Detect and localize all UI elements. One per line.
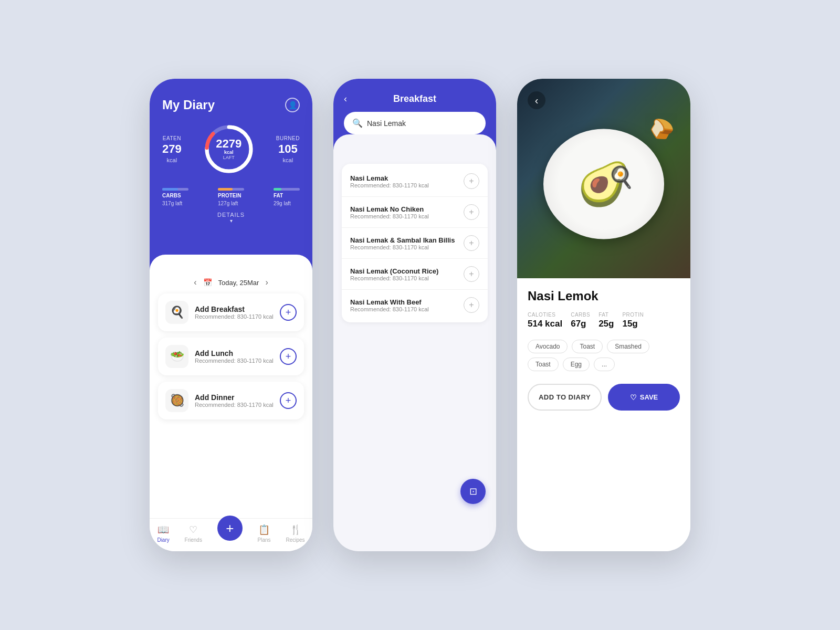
nav-plans[interactable]: 📋 Plans xyxy=(258,524,271,543)
burned-value: 105 xyxy=(278,143,298,155)
nav-plus-button[interactable]: + xyxy=(217,516,243,541)
toast-food-icon: 🍞 xyxy=(646,114,677,145)
back-button-detail[interactable]: ‹ xyxy=(528,91,545,109)
fat-nutr-label: FAT xyxy=(598,312,614,318)
food-name-3: Nasi Lemak (Coconut Rice) xyxy=(350,267,438,275)
food-detail-body: Nasi Lemok CALOTIES 514 kcal CARBS 67g F… xyxy=(517,278,690,551)
lunch-info: Add Lunch Recommended: 830-1170 kcal xyxy=(195,349,274,364)
screen-title: Breakfast xyxy=(393,93,436,104)
calories-val: 514 kcal xyxy=(528,319,562,329)
tag-toast-2[interactable]: Toast xyxy=(528,358,559,371)
save-label: SAVE xyxy=(640,393,658,401)
lunch-sub: Recommended: 830-1170 kcal xyxy=(195,358,274,364)
add-breakfast-button[interactable]: + xyxy=(280,304,297,321)
add-food-1-button[interactable]: + xyxy=(464,204,479,220)
fat-val: 29g laft xyxy=(274,201,291,206)
calories-label: CALOTIES xyxy=(528,312,562,318)
diary-body: ‹ 📅 Today, 25Mar › 🍳 Add Breakfast Recom… xyxy=(150,270,312,518)
lunch-emoji: 🥗 xyxy=(165,345,188,368)
tag-smashed[interactable]: Smashed xyxy=(607,340,649,353)
nutrition-row: CALOTIES 514 kcal CARBS 67g FAT 25g PROT… xyxy=(528,312,680,329)
food-item-4[interactable]: Nasi Lemak With Beef Recommended: 830-11… xyxy=(342,290,488,320)
protein-nutr-val: 15g xyxy=(622,319,644,329)
food-item-0[interactable]: Nasi Lemak Recommended: 830-1170 kcal + xyxy=(342,166,488,197)
nav-friends[interactable]: ♡ Friends xyxy=(185,524,202,543)
add-food-4-button[interactable]: + xyxy=(464,297,479,313)
dinner-info: Add Dinner Recommended: 830-1170 kcal xyxy=(195,393,274,408)
header-wave xyxy=(150,255,312,270)
nutrition-carbs: CARBS 67g xyxy=(571,312,590,329)
search-wave xyxy=(333,134,496,155)
food-name-2: Nasi Lemak & Sambal Ikan Billis xyxy=(350,236,455,244)
diary-header: My Diary 👤 EATEN 279 kcal 2279 kcal LAFT xyxy=(150,79,312,255)
date-nav: ‹ 📅 Today, 25Mar › xyxy=(158,270,304,293)
breakfast-card[interactable]: 🍳 Add Breakfast Recommended: 830-1170 kc… xyxy=(158,293,304,331)
egg-food-icon: 🍳 xyxy=(608,165,634,190)
action-row: ADD TO DIARY ♡ SAVE xyxy=(528,380,680,415)
prev-date-arrow[interactable]: ‹ xyxy=(194,278,196,287)
fat-label: FAT xyxy=(274,193,283,198)
food-name-1: Nasi Lemak No Chiken xyxy=(350,205,429,213)
ring-kcal: kcal xyxy=(216,150,242,155)
add-dinner-button[interactable]: + xyxy=(280,392,297,409)
plate: 🥑 xyxy=(543,129,664,239)
phone-my-diary: My Diary 👤 EATEN 279 kcal 2279 kcal LAFT xyxy=(150,79,312,551)
add-food-2-button[interactable]: + xyxy=(464,235,479,251)
protein-label: PROTEIN xyxy=(218,193,241,198)
breakfast-name: Add Breakfast xyxy=(195,305,274,313)
date-label: Today, 25Mar xyxy=(218,279,259,287)
nutrition-protein: PROTIN 15g xyxy=(622,312,644,329)
save-button[interactable]: ♡ SAVE xyxy=(608,384,680,411)
scan-fab-button[interactable]: ⊡ xyxy=(460,479,486,504)
next-date-arrow[interactable]: › xyxy=(265,278,268,287)
breakfast-sub: Recommended: 830-1170 kcal xyxy=(195,313,274,320)
search-input[interactable]: Nasi Lemak xyxy=(367,119,406,128)
back-arrow-icon[interactable]: ‹ xyxy=(344,93,347,104)
macro-carbs: CARBS 317g laft xyxy=(162,188,188,206)
macro-protein: PROTEIN 127g laft xyxy=(218,188,244,206)
fat-nutr-val: 25g xyxy=(598,319,614,329)
dinner-emoji: 🥘 xyxy=(165,389,188,412)
nutrition-calories: CALOTIES 514 kcal xyxy=(528,312,562,329)
tag-more[interactable]: ... xyxy=(594,358,615,371)
burned-label: BURNED xyxy=(276,135,300,141)
food-name-0: Nasi Lemak xyxy=(350,174,429,182)
macro-fat: FAT 29g laft xyxy=(274,188,300,206)
tag-toast-1[interactable]: Toast xyxy=(572,340,603,353)
food-item-1[interactable]: Nasi Lemak No Chiken Recommended: 830-11… xyxy=(342,197,488,228)
add-food-3-button[interactable]: + xyxy=(464,266,479,282)
chevron-down-icon[interactable]: ▾ xyxy=(230,218,233,224)
friends-nav-icon: ♡ xyxy=(189,524,197,536)
carbs-label: CARBS xyxy=(162,193,181,198)
phone-breakfast-search: ‹ Breakfast 🔍 Nasi Lemak Nasi Lemak Reco… xyxy=(333,79,496,551)
add-to-diary-button[interactable]: ADD TO DIARY xyxy=(528,384,602,411)
add-food-0-button[interactable]: + xyxy=(464,173,479,189)
food-image: 🥑 🍳 🍞 ‹ xyxy=(517,79,690,278)
food-sub-2: Recommended: 830-1170 kcal xyxy=(350,244,455,250)
nav-recipes-label: Recipes xyxy=(286,537,304,543)
search-bar[interactable]: 🔍 Nasi Lemak xyxy=(344,112,486,134)
food-detail-name: Nasi Lemok xyxy=(528,289,680,303)
nav-recipes[interactable]: 🍴 Recipes xyxy=(286,524,304,543)
scan-icon: ⊡ xyxy=(469,486,477,497)
plans-nav-icon: 📋 xyxy=(258,524,270,536)
bottom-nav: 📖 Diary ♡ Friends + 📋 Plans 🍴 Recipes xyxy=(150,518,312,551)
tag-egg[interactable]: Egg xyxy=(563,358,590,371)
food-sub-0: Recommended: 830-1170 kcal xyxy=(350,182,429,188)
food-item-2[interactable]: Nasi Lemak & Sambal Ikan Billis Recommen… xyxy=(342,228,488,259)
food-tags: Avocado Toast Smashed Toast Egg ... xyxy=(528,340,680,371)
eaten-label: EATEN xyxy=(163,135,181,141)
ring-laft: LAFT xyxy=(216,155,242,160)
lunch-card[interactable]: 🥗 Add Lunch Recommended: 830-1170 kcal + xyxy=(158,338,304,375)
tag-avocado[interactable]: Avocado xyxy=(528,340,568,353)
user-icon[interactable]: 👤 xyxy=(285,98,300,112)
nav-diary[interactable]: 📖 Diary xyxy=(157,524,169,543)
add-lunch-button[interactable]: + xyxy=(280,348,297,365)
heart-icon: ♡ xyxy=(630,393,637,402)
search-header: ‹ Breakfast 🔍 Nasi Lemak xyxy=(333,79,496,134)
food-item-3[interactable]: Nasi Lemak (Coconut Rice) Recommended: 8… xyxy=(342,259,488,290)
dinner-sub: Recommended: 830-1170 kcal xyxy=(195,402,274,408)
dinner-card[interactable]: 🥘 Add Dinner Recommended: 830-1170 kcal … xyxy=(158,382,304,419)
calendar-icon: 📅 xyxy=(203,278,212,287)
recipes-nav-icon: 🍴 xyxy=(290,524,301,536)
